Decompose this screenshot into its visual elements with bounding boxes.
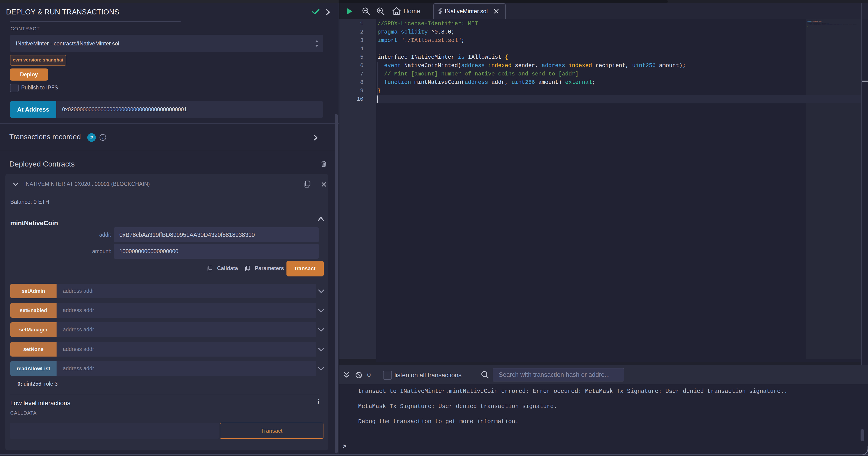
svg-text:i: i (102, 135, 103, 140)
